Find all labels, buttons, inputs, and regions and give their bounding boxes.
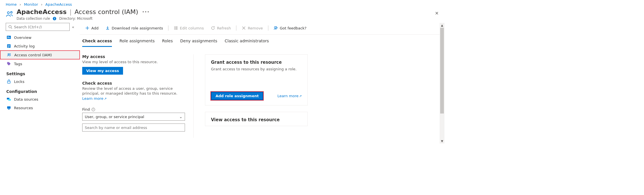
grant-access-card: Grant access to this resource Grant acce… [205,54,308,106]
data-sources-icon [7,97,11,102]
separator [236,25,236,31]
refresh-icon [211,26,215,30]
learn-more-link[interactable]: Learn more ↗ [82,96,106,101]
sidebar-item-label: Locks [14,79,24,84]
sidebar: « Overview Activity log Access control (… [0,23,80,144]
close-button[interactable]: ✕ [435,11,439,16]
cards-column: Grant access to this resource Grant acce… [205,54,308,138]
svg-rect-25 [174,29,175,29]
sidebar-item-access-control[interactable]: Access control (IAM) [0,50,80,59]
feedback-icon [273,26,278,30]
page-header: ApacheAccess | Access control (IAM) ··· … [0,8,444,23]
svg-rect-18 [8,109,10,110]
external-link-icon: ↗ [104,97,106,101]
svg-rect-4 [7,36,11,39]
sidebar-item-label: Tags [14,62,22,66]
sidebar-section-settings: Settings [0,68,80,77]
info-icon[interactable]: i [92,108,95,111]
separator [168,25,168,31]
find-select[interactable]: User, group, or service principal ⌄ [82,113,185,121]
plus-icon [85,26,90,30]
find-label: Find i [82,107,185,112]
search-principal-input[interactable] [82,124,185,132]
remove-icon [242,26,246,30]
tab-deny-assignments[interactable]: Deny assignments [180,39,217,47]
lock-icon [7,79,11,84]
view-access-card: View access to this resource [205,112,308,126]
svg-point-12 [9,53,10,54]
resource-type: Data collection rule [17,17,50,21]
svg-rect-10 [8,47,9,47]
breadcrumb: Home › Monitor › ApacheAccess [0,0,444,8]
svg-point-1 [11,11,12,13]
sidebar-item-overview[interactable]: Overview [0,33,80,42]
svg-rect-8 [8,45,10,45]
refresh-button: Refresh [208,25,234,31]
scroll-up-button[interactable]: ▲ [440,23,444,28]
download-role-assignments-button[interactable]: Download role assignments [102,25,166,31]
tab-classic-admins[interactable]: Classic administrators [225,39,269,47]
people-icon [6,10,14,18]
crumb-home[interactable]: Home [6,2,17,7]
view-my-access-button[interactable]: View my access [82,67,123,75]
svg-line-3 [11,28,12,29]
svg-point-0 [7,12,9,14]
overview-icon [7,35,11,40]
tag-icon [7,61,11,66]
sidebar-search-input[interactable] [14,25,67,29]
download-icon [105,26,110,30]
sidebar-item-data-sources[interactable]: Data sources [0,95,80,104]
info-icon: i [53,17,56,20]
feedback-button[interactable]: Got feedback? [271,25,309,31]
sidebar-item-label: Access control (IAM) [14,53,52,57]
sidebar-item-label: Overview [14,35,31,40]
scroll-down-button[interactable]: ▼ [440,139,444,144]
add-button[interactable]: Add [82,25,101,31]
svg-rect-14 [7,81,10,83]
svg-point-2 [9,25,11,28]
crumb-monitor[interactable]: Monitor [24,2,38,7]
directory-label: Directory: Microsoft [59,17,92,21]
crumb-sep: › [20,2,21,7]
more-button[interactable]: ··· [142,9,150,15]
svg-rect-22 [175,27,178,27]
svg-rect-9 [8,46,10,46]
learn-more-link[interactable]: Learn more ↗ [277,94,302,98]
svg-rect-16 [8,99,11,101]
sidebar-item-label: Activity log [14,44,35,48]
edit-columns-button: Edit columns [171,25,207,31]
sidebar-search[interactable] [6,23,70,31]
tab-role-assignments[interactable]: Role assignments [119,39,154,47]
collapse-sidebar-button[interactable]: « [72,25,74,29]
svg-point-11 [8,54,9,55]
sidebar-item-activity-log[interactable]: Activity log [0,42,80,50]
my-access-heading: My access [82,54,185,59]
svg-rect-26 [175,29,178,29]
chevron-down-icon: ⌄ [179,115,182,119]
add-role-assignment-button[interactable]: Add role assignment [211,92,263,100]
tab-roles[interactable]: Roles [162,39,173,47]
tab-check-access[interactable]: Check access [82,39,112,47]
sidebar-item-label: Data sources [14,97,38,102]
scroll-thumb[interactable] [440,28,444,114]
svg-rect-6 [7,37,10,38]
crumb-sep: › [41,2,42,7]
check-access-heading: Check access [82,81,185,85]
columns-icon [174,26,178,30]
svg-rect-24 [175,28,178,28]
tabs: Check access Role assignments Roles Deny… [80,35,444,47]
svg-point-13 [8,63,8,63]
search-icon [8,25,12,29]
people-icon [7,53,11,57]
main-content: Add Download role assignments Edit colum… [80,23,444,144]
crumb-apache[interactable]: ApacheAccess [45,2,72,7]
sidebar-item-locks[interactable]: Locks [0,77,80,86]
toolbar: Add Download role assignments Edit colum… [80,23,444,35]
page-title: ApacheAccess | Access control (IAM) ··· [17,8,150,15]
grant-access-heading: Grant access to this resource [211,60,302,65]
sidebar-item-tags[interactable]: Tags [0,59,80,68]
sidebar-item-resources[interactable]: Resources [0,104,80,112]
svg-rect-23 [174,28,175,28]
scrollbar[interactable]: ▲ ▼ [440,23,444,144]
view-access-heading: View access to this resource [211,117,302,122]
